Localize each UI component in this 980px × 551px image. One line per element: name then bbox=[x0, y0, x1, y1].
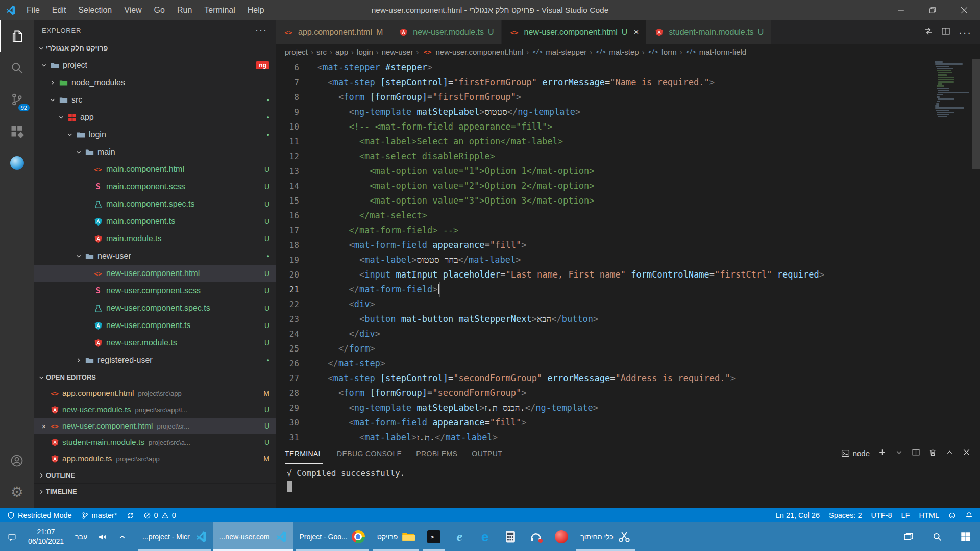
menu-terminal[interactable]: Terminal bbox=[198, 0, 241, 20]
open-editor-new-user.module.ts[interactable]: new-user.module.tsproject\src\app\l...U bbox=[34, 402, 276, 418]
split-terminal-icon[interactable] bbox=[912, 448, 920, 458]
open-editor-student-main.module.ts[interactable]: student-main.module.tsproject\src\a...U bbox=[34, 434, 276, 450]
tree-file-new-user.component.scss[interactable]: Snew-user.component.scssU bbox=[34, 282, 276, 299]
taskbar-app-folder-פרויקט[interactable]: פרויקט bbox=[371, 522, 422, 551]
code-line-27[interactable]: 27 <mat-step [stepControl]="secondFormGr… bbox=[276, 371, 980, 386]
maximize-panel-icon[interactable] bbox=[945, 448, 954, 458]
code-line-12[interactable]: 12 <mat-select disableRipple> bbox=[276, 149, 980, 164]
tree-folder-src[interactable]: src● bbox=[34, 91, 276, 109]
taskbar-app-cmd[interactable]: >_ bbox=[421, 522, 447, 551]
code-line-22[interactable]: 22 <div> bbox=[276, 297, 980, 312]
breadcrumb-item-mat-stepper[interactable]: </>mat-stepper bbox=[532, 47, 586, 56]
start-button[interactable] bbox=[951, 522, 980, 551]
indentation-indicator[interactable]: Spaces: 2 bbox=[829, 511, 862, 519]
timeline-header[interactable]: TIMELINE bbox=[34, 483, 276, 499]
editor-tab-student-main.module.ts[interactable]: student-main.module.tsU bbox=[646, 20, 771, 44]
editor-tab-app.component.html[interactable]: <>app.component.htmlM bbox=[276, 20, 390, 44]
outline-header[interactable]: OUTLINE bbox=[34, 467, 276, 483]
azure-activity-icon[interactable] bbox=[0, 147, 34, 179]
code-line-16[interactable]: 16 </mat-select> bbox=[276, 208, 980, 223]
code-line-17[interactable]: 17 </mat-form-field> --> bbox=[276, 223, 980, 238]
problems-indicator[interactable]: 0 0 bbox=[143, 511, 176, 519]
breadcrumb-item-mat-form-field[interactable]: </>mat-form-field bbox=[685, 47, 747, 56]
tree-file-new-user.module.ts[interactable]: new-user.module.tsU bbox=[34, 334, 276, 352]
code-line-31[interactable]: 31 <mat-label>ת.ז.</mat-label> bbox=[276, 430, 980, 442]
code-line-25[interactable]: 25 </form> bbox=[276, 341, 980, 356]
menu-run[interactable]: Run bbox=[171, 0, 198, 20]
breadcrumb-item-project[interactable]: project bbox=[285, 47, 308, 56]
code-line-7[interactable]: 7 <mat-step [stepControl]="firstFormGrou… bbox=[276, 75, 980, 90]
close-tab-icon[interactable]: × bbox=[633, 27, 639, 37]
editor-tab-new-user.component.html[interactable]: <>new-user.component.htmlU× bbox=[502, 20, 647, 44]
code-line-10[interactable]: 10 <!-- <mat-form-field appearance="fill… bbox=[276, 119, 980, 134]
code-line-24[interactable]: 24 </div> bbox=[276, 327, 980, 341]
taskbar-app-chrome-Project---Goo...[interactable]: Project - Goo... bbox=[293, 522, 371, 551]
code-line-11[interactable]: 11 <mat-label>Select an option</mat-labe… bbox=[276, 134, 980, 149]
code-line-6[interactable]: 6<mat-stepper #stepper> bbox=[276, 60, 980, 75]
breadcrumb-item-app[interactable]: app bbox=[335, 47, 348, 56]
open-editors-header[interactable]: OPEN EDITORS bbox=[34, 369, 276, 385]
tree-folder-main[interactable]: main bbox=[34, 143, 276, 161]
volume-icon[interactable] bbox=[93, 522, 111, 551]
notifications-bell-icon[interactable] bbox=[965, 512, 973, 519]
minimap[interactable] bbox=[935, 61, 971, 118]
cursor-position-indicator[interactable]: Ln 21, Col 26 bbox=[776, 511, 820, 519]
taskbar-clock[interactable]: 21:07 06/10/2021 bbox=[23, 527, 69, 546]
taskbar-app-headset[interactable] bbox=[523, 522, 549, 551]
action-center-icon[interactable] bbox=[3, 522, 21, 551]
open-editor-new-user.component.html[interactable]: ×<>new-user.component.htmlproject\sr...U bbox=[34, 418, 276, 434]
code-line-8[interactable]: 8 <form [formGroup]="firstFormGroup"> bbox=[276, 90, 980, 105]
extensions-activity-icon[interactable] bbox=[0, 115, 34, 147]
code-line-28[interactable]: 28 <form [formGroup]="secondFormGroup"> bbox=[276, 386, 980, 400]
menu-go[interactable]: Go bbox=[148, 0, 171, 20]
eol-indicator[interactable]: LF bbox=[901, 511, 910, 519]
breadcrumb-item-mat-step[interactable]: </>mat-step bbox=[595, 47, 639, 56]
account-icon[interactable] bbox=[0, 445, 34, 477]
code-editor[interactable]: 6<mat-stepper #stepper>7 <mat-step [step… bbox=[276, 59, 980, 442]
code-line-14[interactable]: 14 <mat-option value="2">Option 2</mat-o… bbox=[276, 179, 980, 193]
language-mode-indicator[interactable]: HTML bbox=[919, 511, 939, 519]
breadcrumb-item-src[interactable]: src bbox=[316, 47, 327, 56]
breadcrumb-item-form[interactable]: </>form bbox=[648, 47, 677, 56]
code-line-9[interactable]: 9 <ng-template matStepLabel>סטטוס</ng-te… bbox=[276, 105, 980, 119]
tree-folder-new-user[interactable]: new-user● bbox=[34, 247, 276, 265]
tree-folder-login[interactable]: login● bbox=[34, 126, 276, 143]
tree-folder-node_modules[interactable]: node_modules bbox=[34, 74, 276, 91]
compare-editors-icon[interactable] bbox=[924, 27, 933, 38]
close-panel-icon[interactable] bbox=[962, 448, 971, 458]
menu-file[interactable]: File bbox=[20, 0, 46, 20]
code-line-26[interactable]: 26 </mat-step> bbox=[276, 356, 980, 371]
minimize-button[interactable] bbox=[885, 0, 917, 20]
code-line-21[interactable]: 21 </mat-form-field> bbox=[276, 282, 980, 297]
panel-tab-terminal[interactable]: TERMINAL bbox=[285, 442, 323, 464]
editor-scrollbar[interactable] bbox=[972, 59, 980, 169]
code-line-23[interactable]: 23 <button mat-button matStepperNext>הבא… bbox=[276, 312, 980, 327]
menu-edit[interactable]: Edit bbox=[46, 0, 72, 20]
encoding-indicator[interactable]: UTF-8 bbox=[871, 511, 892, 519]
tree-folder-app[interactable]: app● bbox=[34, 109, 276, 126]
tree-file-main.module.ts[interactable]: main.module.tsU bbox=[34, 230, 276, 247]
panel-tab-problems[interactable]: PROBLEMS bbox=[416, 442, 457, 464]
taskbar-app-red-app[interactable] bbox=[549, 522, 574, 551]
code-line-18[interactable]: 18 <mat-form-field appearance="fill"> bbox=[276, 238, 980, 253]
breadcrumb-item-login[interactable]: login bbox=[357, 47, 373, 56]
tree-file-new-user.component.ts[interactable]: new-user.component.tsU bbox=[34, 317, 276, 334]
code-line-15[interactable]: 15 <mat-option value="3">Option 3</mat-o… bbox=[276, 193, 980, 208]
task-view-icon[interactable] bbox=[894, 522, 923, 551]
sync-changes-button[interactable] bbox=[127, 512, 134, 519]
tree-file-new-user.component.html[interactable]: <>new-user.component.htmlU bbox=[34, 265, 276, 282]
tree-file-main.component.scss[interactable]: Smain.component.scssU bbox=[34, 178, 276, 195]
menu-selection[interactable]: Selection bbox=[72, 0, 118, 20]
search-activity-icon[interactable] bbox=[0, 52, 34, 84]
code-line-30[interactable]: 30 <mat-form-field appearance="fill"> bbox=[276, 415, 980, 430]
close-editor-icon[interactable]: × bbox=[39, 422, 49, 431]
language-indicator[interactable]: עבר bbox=[71, 533, 91, 541]
tree-file-main.component.html[interactable]: <>main.component.htmlU bbox=[34, 161, 276, 178]
editor-tab-new-user.module.ts[interactable]: new-user.module.tsU bbox=[390, 20, 501, 44]
source-control-activity-icon[interactable]: 92 bbox=[0, 84, 34, 115]
feedback-smiley-icon[interactable] bbox=[948, 512, 956, 519]
code-line-19[interactable]: 19 <mat-label>בחר סטטוס</mat-label> bbox=[276, 253, 980, 267]
restricted-mode-indicator[interactable]: Restricted Mode bbox=[7, 511, 72, 519]
open-editor-app.module.ts[interactable]: app.module.tsproject\src\appM bbox=[34, 450, 276, 467]
explorer-activity-icon[interactable] bbox=[0, 20, 34, 52]
